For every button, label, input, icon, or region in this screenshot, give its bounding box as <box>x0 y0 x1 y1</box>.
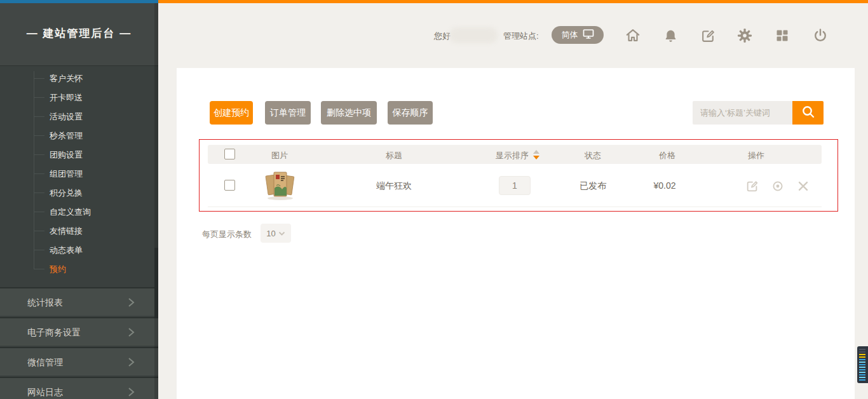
search-input[interactable] <box>693 101 792 125</box>
col-header-image: 图片 <box>271 150 288 161</box>
sidebar-section-site-logs[interactable]: 网站日志 <box>0 377 158 399</box>
col-header-sort: 显示排序 <box>496 150 529 161</box>
page-size-label: 每页显示条数 <box>202 229 252 240</box>
sidebar-item-activity-settings[interactable]: 活动设置 <box>0 107 158 126</box>
site-label: 管理站点: <box>503 30 539 42</box>
sidebar-item-group-management[interactable]: 组团管理 <box>0 164 158 183</box>
menu-label: 客户关怀 <box>50 73 83 85</box>
main-top-accent <box>158 0 868 3</box>
admin-backend-page: — 建站管理后台 — 客户关怀 开卡即送 活动设置 秒杀管理 团购设置 组团管理… <box>0 0 868 399</box>
menu-label: 积分兑换 <box>50 187 83 199</box>
row-title: 端午狂欢 <box>376 180 412 192</box>
language-switch-button[interactable]: 简体 <box>552 26 604 44</box>
chevron-right-icon <box>126 297 136 311</box>
edit-icon[interactable] <box>700 27 716 44</box>
page-size-select[interactable]: 10 <box>261 224 291 243</box>
bell-icon[interactable] <box>662 27 679 44</box>
sidebar-scrollbar-track <box>154 3 158 399</box>
chevron-right-icon <box>126 356 136 370</box>
menu-label: 秒杀管理 <box>50 130 83 142</box>
sidebar-item-flash-sale[interactable]: 秒杀管理 <box>0 126 158 145</box>
chevron-right-icon <box>126 386 136 399</box>
sidebar-submenu: 客户关怀 开卡即送 活动设置 秒杀管理 团购设置 组团管理 积分兑换 自定义查询… <box>0 66 158 287</box>
gear-icon[interactable] <box>736 27 753 44</box>
row-status: 已发布 <box>580 180 606 192</box>
sidebar-section-ecommerce[interactable]: 电子商务设置 <box>0 317 158 346</box>
sidebar-item-custom-query[interactable]: 自定义查询 <box>0 202 158 221</box>
power-icon[interactable] <box>812 27 829 44</box>
menu-label: 活动设置 <box>50 111 83 123</box>
sort-desc-icon <box>533 156 539 159</box>
product-image <box>265 169 295 201</box>
menu-label-active: 预约 <box>50 264 66 275</box>
order-management-button[interactable]: 订单管理 <box>265 101 311 125</box>
menu-label: 友情链接 <box>50 226 83 237</box>
menu-label: 组团管理 <box>50 168 83 180</box>
menu-label: 团购设置 <box>50 149 83 161</box>
sidebar: — 建站管理后台 — 客户关怀 开卡即送 活动设置 秒杀管理 团购设置 组团管理… <box>0 0 158 399</box>
col-header-price: 价格 <box>659 150 675 161</box>
row-divider <box>208 206 822 207</box>
sidebar-item-customer-care[interactable]: 客户关怀 <box>0 69 158 88</box>
home-icon[interactable] <box>625 27 641 44</box>
col-header-actions: 操作 <box>748 150 764 161</box>
delete-x-icon[interactable] <box>796 179 810 193</box>
save-order-button[interactable]: 保存顺序 <box>388 101 433 125</box>
chevron-down-icon <box>278 227 285 239</box>
search-button[interactable] <box>792 101 824 125</box>
logo-block: — 建站管理后台 — <box>0 3 158 66</box>
app-logo: — 建站管理后台 — <box>0 26 158 41</box>
search-icon <box>800 104 817 122</box>
menu-label: 开卡即送 <box>50 92 83 104</box>
col-header-status: 状态 <box>585 150 601 161</box>
sidebar-section-statistics[interactable]: 统计报表 <box>0 287 158 316</box>
chevron-right-icon <box>126 327 136 341</box>
sidebar-item-card-gift[interactable]: 开卡即送 <box>0 88 158 107</box>
sidebar-item-friend-links[interactable]: 友情链接 <box>0 221 158 240</box>
sort-toggle[interactable] <box>532 149 540 159</box>
sidebar-item-reservation[interactable]: 预约 <box>0 259 158 278</box>
sort-asc-icon <box>533 150 539 154</box>
sidebar-item-group-buy[interactable]: 团购设置 <box>0 145 158 164</box>
row-price: ¥0.02 <box>653 180 675 191</box>
grid-icon[interactable] <box>774 27 790 44</box>
menu-label: 动态表单 <box>50 245 83 256</box>
create-reservation-button[interactable]: 创建预约 <box>210 101 253 125</box>
sidebar-section-wechat[interactable]: 微信管理 <box>0 347 158 375</box>
greeting-text: 您好 <box>434 30 451 42</box>
edit-icon[interactable] <box>745 179 759 193</box>
dock-widget[interactable] <box>857 346 868 383</box>
row-sort-order-input[interactable] <box>499 176 531 195</box>
sidebar-item-points-exchange[interactable]: 积分兑换 <box>0 183 158 202</box>
delete-selected-button[interactable]: 删除选中项 <box>321 101 377 125</box>
sidebar-item-dynamic-forms[interactable]: 动态表单 <box>0 240 158 259</box>
monitor-icon <box>583 29 594 42</box>
select-all-checkbox[interactable] <box>224 149 235 159</box>
menu-label: 自定义查询 <box>50 206 91 218</box>
username-redacted <box>449 27 498 43</box>
col-header-title: 标题 <box>386 150 402 161</box>
eye-icon[interactable] <box>771 179 785 193</box>
sidebar-scrollbar-thumb[interactable] <box>154 248 158 318</box>
row-checkbox[interactable] <box>224 180 235 191</box>
